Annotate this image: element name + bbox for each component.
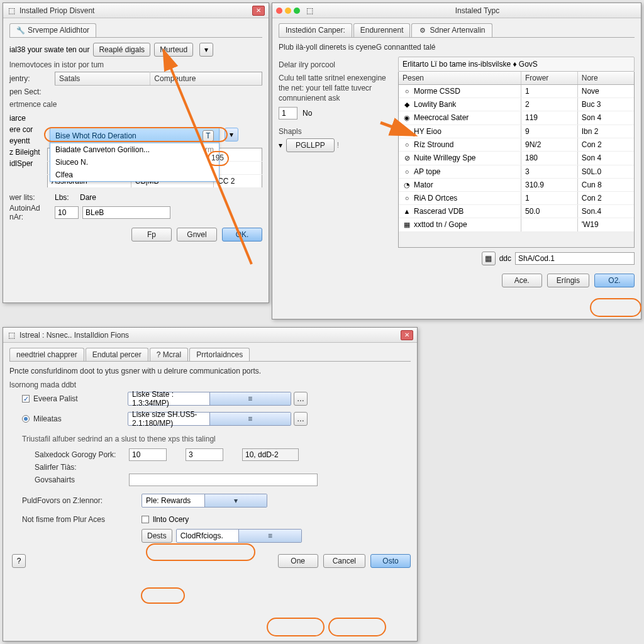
col-satals[interactable]: Satals <box>55 72 150 85</box>
one-button[interactable]: One <box>278 554 318 568</box>
app-icon: ⬚ <box>305 6 314 15</box>
dare-input[interactable] <box>82 206 170 219</box>
input-v1[interactable] <box>129 448 167 461</box>
col-compeuture[interactable]: Compeuture <box>150 72 262 85</box>
table-row[interactable]: ⊘Nuite Wrillegy Spe180Son 4 <box>399 152 634 165</box>
tab-needtriel[interactable]: needtriel chapprer <box>9 348 84 361</box>
table-row[interactable]: ○Morme CSSD1Nove <box>399 84 634 97</box>
dropdown-icon[interactable]: ▾ <box>199 43 213 57</box>
ace-button[interactable]: Ace. <box>502 274 542 287</box>
help-icon[interactable]: ? <box>12 554 26 568</box>
table-row[interactable]: ◎HY Eioo9Ibn 2 <box>399 125 634 138</box>
tab-endutal[interactable]: Endutal percer <box>86 348 148 361</box>
label-ere: ere cor <box>9 125 47 134</box>
combo-mileatas[interactable]: Liske size SH.US5-2.1:180/MP)≡ <box>128 412 291 426</box>
gnvel-button[interactable]: Gnvel <box>177 228 217 242</box>
dropdown-arrow-icon[interactable]: ▾ <box>225 128 238 142</box>
label-entry: jentry: <box>9 74 55 83</box>
tab-srvempe[interactable]: 🔧Srvempe Aldidhtor <box>9 23 96 37</box>
section-lnemov: lnemovtoces in istor por tum <box>9 60 262 69</box>
label-shapis: Shapls <box>279 127 392 136</box>
label-no: No <box>303 109 312 118</box>
dropdown-item[interactable]: Clfea <box>50 169 219 181</box>
row-icon: ○ <box>402 87 411 96</box>
murteud-button[interactable]: Murteud <box>154 43 193 57</box>
dropdown-item-label: Bise Whot Rdo Deration <box>55 131 136 140</box>
ok-button[interactable]: OK. <box>222 228 262 242</box>
label-puldfovors: PuldFovors on Z:lennor: <box>22 496 142 505</box>
combo-rewards[interactable]: Ple: Rewards▾ <box>142 494 267 508</box>
tab-endurennent[interactable]: Endurennent <box>353 23 411 37</box>
pgllpp-button[interactable]: PGLLPP <box>286 138 335 152</box>
combo-eveera[interactable]: Liske State : 1.3:34fMP)≡ <box>128 392 291 406</box>
tab-mcral[interactable]: ? Mcral <box>150 348 188 361</box>
close-icon[interactable]: ✕ <box>401 330 413 340</box>
fp-button[interactable]: Fp <box>131 228 172 242</box>
items-table: Pesen Frower Nore ○Morme CSSD1Nove◆Lowli… <box>399 72 634 232</box>
checkbox-eveera[interactable] <box>22 395 30 402</box>
table-row[interactable]: ○AP tope3S0L.0 <box>399 165 634 178</box>
cancel-button[interactable]: Cancel <box>323 554 365 568</box>
col-frower[interactable]: Frower <box>521 72 577 85</box>
close-icon[interactable]: ✕ <box>252 6 265 16</box>
add-icon[interactable]: ▦ <box>482 252 496 265</box>
tabs: needtriel chapprer Endutal percer ? Mcra… <box>9 348 411 362</box>
label-notfisme: Not fisme from Plur Aces <box>22 515 142 524</box>
label-bieght: z Bileight <box>9 148 47 157</box>
row-icon: ◔ <box>402 180 411 189</box>
tab-instedion[interactable]: Instedión Canper: <box>279 23 352 37</box>
tabs: Instedión Canper: Endurennent ⚙Sdner Art… <box>279 23 635 38</box>
table-row[interactable]: ◔Mator310.9Cun 8 <box>399 178 634 192</box>
ddc-input[interactable] <box>515 252 635 265</box>
badge-195: 195 <box>211 153 224 162</box>
group-lsornong: lsornong mada ddbt <box>9 380 411 389</box>
table-row[interactable]: ▲Rascerad VDB50.0Son.4 <box>399 205 634 218</box>
dropdown-item[interactable]: Bise Whot Rdo Deration T <box>50 128 219 143</box>
dropdown-item[interactable]: Siuceo N. <box>50 156 219 169</box>
osto-button[interactable]: Osto <box>370 554 411 568</box>
combo-clod[interactable]: ClodRfciogs.≡ <box>176 529 302 543</box>
tab-sdner[interactable]: ⚙Sdner Artenvalin <box>411 23 492 37</box>
label-ilnto: llnto Ocery <box>153 515 189 524</box>
input-v2[interactable] <box>186 448 223 461</box>
title-text: Installed Priop Disvent <box>19 6 252 15</box>
o2-button[interactable]: O2. <box>594 274 635 287</box>
dialog-instaled-typc: ⬚ Instaled Typc Instedión Canper: Endure… <box>272 3 641 319</box>
dropdown-t-badge[interactable]: T <box>203 130 214 142</box>
table-row[interactable]: ○RiA D Ortces1Con 2 <box>399 192 634 205</box>
window-controls[interactable] <box>276 8 300 14</box>
more-button[interactable]: … <box>294 392 308 406</box>
dropdown-item[interactable]: Biadate Canveton Gorilion...rm <box>50 143 219 156</box>
label-sect: pen Sect: <box>9 87 55 96</box>
table-row[interactable]: ◆Lowlity Bank2Buc 3 <box>399 97 634 111</box>
titlebar: ⬚ Istreal : Nsnec.. InstaIldion Fions ✕ <box>3 328 417 343</box>
app-icon: ⬚ <box>7 6 16 15</box>
chevron-down-icon: ▾ <box>204 494 267 507</box>
more-button[interactable]: … <box>294 412 308 426</box>
small-input[interactable] <box>279 107 297 119</box>
reaple-button[interactable]: Reaplé digals <box>93 43 150 57</box>
col-pesen[interactable]: Pesen <box>399 72 521 85</box>
table-row[interactable]: ◉Meecrocal Sater119Son 4 <box>399 111 634 125</box>
chevron-down-icon: ≡ <box>209 392 291 405</box>
eringis-button[interactable]: Eríngis <box>547 274 589 287</box>
tab-prrtor[interactable]: Prrtorlaidnces <box>189 348 250 361</box>
title-text: Istreal : Nsnec.. InstaIldion Fions <box>19 331 401 340</box>
titlebar: ⬚ Instaled Typc <box>272 3 641 18</box>
checkbox-ilnto[interactable] <box>142 516 149 523</box>
table-row[interactable]: ▦xxttod tn / Gope'W19 <box>399 218 634 232</box>
wrench-icon: 🔧 <box>16 26 25 35</box>
titlebar: ⬚ Installed Priop Disvent ✕ <box>3 3 269 18</box>
lbs-input[interactable] <box>55 206 79 219</box>
col-nore[interactable]: Nore <box>577 72 634 85</box>
label-salirfer: Salirfer Tiàs: <box>35 463 129 472</box>
radio-mileatas[interactable] <box>22 415 30 423</box>
dests-button[interactable]: Dests <box>142 529 172 543</box>
table-row[interactable]: ○Ríz Stround9N/2Con 2 <box>399 138 634 152</box>
input-gov[interactable] <box>129 474 318 486</box>
label-idlsper: idlSper <box>9 159 47 168</box>
iarce-dropdown[interactable]: Bise Whot Rdo Deration T Biadate Canveto… <box>50 128 219 182</box>
note-text: Triustafil alfuber sedrind an a slust to… <box>22 435 411 443</box>
description: Plub ilà-yoll dinerets is cyeneG connant… <box>279 43 635 52</box>
row-icon: ○ <box>402 140 411 149</box>
